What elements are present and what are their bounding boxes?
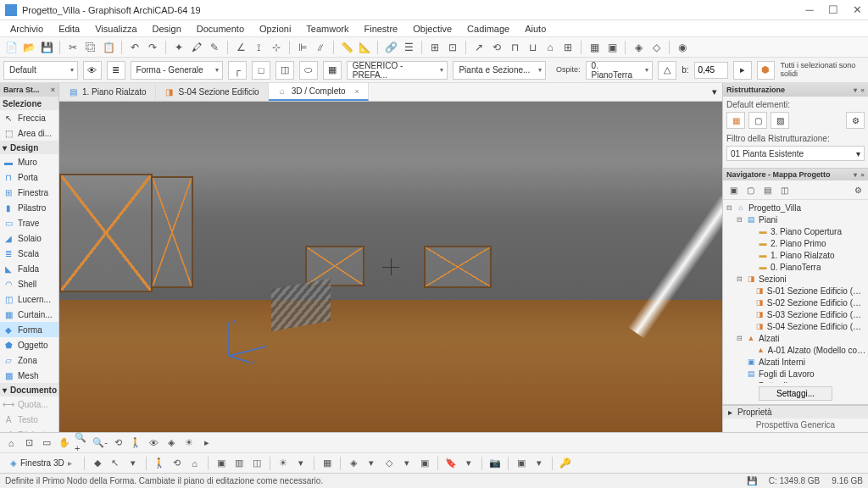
close-panel-icon[interactable]: × (860, 171, 865, 179)
tool-pilastro[interactable]: ▮Pilastro (0, 200, 58, 215)
pianoterra-dropdown[interactable]: 0. PianoTerra (586, 61, 654, 80)
nav2-icon[interactable]: ⟲ (489, 40, 504, 55)
minimize-button[interactable]: ─ (804, 4, 815, 16)
bt-layer1d-icon[interactable]: ▾ (364, 456, 379, 471)
finestra3d-tab[interactable]: ◈Finestra 3D▸ (3, 458, 79, 468)
collapse-icon[interactable]: ▾ (854, 171, 857, 179)
tree-project[interactable]: ⊟⌂Progetto_Villa (723, 202, 868, 214)
wand-icon[interactable]: ✦ (171, 40, 186, 55)
angle-input-icon[interactable]: △ (658, 61, 676, 80)
bt-cursor-icon[interactable]: ↖ (108, 456, 123, 471)
align2-icon[interactable]: ⫽ (313, 40, 328, 55)
vw-zoomin-icon[interactable]: 🔍+ (75, 435, 90, 451)
bt-clip-icon[interactable]: ▣ (514, 456, 529, 471)
bt-explore-icon[interactable]: ⟲ (170, 456, 185, 471)
pianta-dropdown[interactable]: Pianta e Sezione... (453, 61, 546, 80)
menu-opzioni[interactable]: Opzioni (253, 22, 298, 36)
menu-visualizza[interactable]: Visualizza (88, 22, 143, 36)
default-elem-btn1[interactable]: ▦ (726, 112, 745, 129)
tool-quota[interactable]: ⟷Quota... (0, 396, 58, 412)
bt-clipd-icon[interactable]: ▾ (531, 456, 547, 471)
cut-icon[interactable]: ✂ (65, 40, 81, 55)
section-documento[interactable]: ▾ Documento (0, 383, 58, 396)
menu-objective[interactable]: Objective (406, 22, 459, 36)
tree-s02[interactable]: ◨S-02 Sezione Edificio (Modello... (723, 297, 868, 308)
section-selezione[interactable]: Selezione (0, 97, 58, 110)
tool-finestra[interactable]: ⊞Finestra (0, 185, 58, 200)
nav3-icon[interactable]: ⊓ (507, 40, 522, 55)
bt-drop-icon[interactable]: ▾ (125, 456, 141, 471)
tab-piano-rialzato[interactable]: ▤1. Piano Rialzato (59, 83, 156, 101)
tool-lucernario[interactable]: ◫Lucern... (0, 291, 58, 307)
ruler-icon[interactable]: 📏 (339, 40, 354, 55)
tree-alzati[interactable]: ⊟▲Alzati (723, 332, 868, 344)
vw-select-icon[interactable]: ▭ (39, 435, 54, 451)
bt-camera-icon[interactable]: 📷 (487, 456, 503, 471)
menu-teamwork[interactable]: Teamwork (299, 22, 355, 36)
new-icon[interactable]: 📄 (3, 40, 19, 55)
bt-elem3-icon[interactable]: ◫ (249, 456, 264, 471)
proprieta-header[interactable]: ▸Proprietà (723, 405, 868, 419)
bt-elem1-icon[interactable]: ▣ (214, 456, 229, 471)
tool-muro[interactable]: ▬Muro (0, 154, 58, 169)
bt-render-icon[interactable]: ▦ (320, 456, 335, 471)
vw-persp-icon[interactable]: ◈ (164, 435, 179, 451)
undo-icon[interactable]: ↶ (127, 40, 142, 55)
nav6-icon[interactable]: ⊞ (560, 40, 576, 55)
default-elem-settings[interactable]: ⚙ (846, 112, 865, 129)
tree-piani[interactable]: ⊟▤Piani (723, 214, 868, 225)
tree-s01[interactable]: ◨S-01 Sezione Edificio (Modello... (723, 285, 868, 297)
align-icon[interactable]: ⊫ (295, 40, 310, 55)
vw-pan-icon[interactable]: ✋ (57, 435, 72, 451)
vw-orbit-icon[interactable]: ⟲ (110, 435, 125, 451)
menu-archivio[interactable]: Archivio (3, 22, 50, 36)
nav-publish-icon[interactable]: ◫ (776, 183, 792, 197)
vw-next-icon[interactable]: ▸ (199, 435, 214, 451)
menu-finestre[interactable]: Finestre (357, 22, 404, 36)
nav-layout-icon[interactable]: ▤ (760, 183, 775, 197)
window-icon[interactable]: ⊞ (427, 40, 442, 55)
nav-project-icon[interactable]: ▣ (726, 183, 741, 197)
maximize-button[interactable]: ☐ (827, 4, 839, 16)
bt-layer1-icon[interactable]: ◈ (346, 456, 361, 471)
tab-sezione[interactable]: ◨S-04 Sezione Edificio (156, 83, 269, 101)
tree-alzati-interni[interactable]: ▣Alzati Interni (723, 356, 868, 368)
tool-shell[interactable]: ◠Shell (0, 276, 58, 291)
panel-close-icon[interactable]: × (51, 86, 55, 94)
tree-s03[interactable]: ◨S-03 Sezione Edificio (Modello... (723, 308, 868, 320)
tree-s04[interactable]: ◨S-04 Sezione Edificio (Modello... (723, 320, 868, 332)
default-dropdown[interactable]: Default (3, 61, 78, 80)
copy-icon[interactable]: ⿻ (83, 40, 98, 55)
navigatore-header[interactable]: Navigatore - Mappa Progetto ▾× (723, 169, 868, 180)
tool-falda[interactable]: ◣Falda (0, 261, 58, 276)
nav1-icon[interactable]: ↗ (471, 40, 487, 55)
menu-edita[interactable]: Edita (52, 22, 86, 36)
bt-sun-icon[interactable]: ☀ (275, 456, 291, 471)
vw-look-icon[interactable]: 👁 (146, 435, 161, 451)
tab-3d[interactable]: ⌂3D / Completo× (269, 83, 369, 101)
render2-icon[interactable]: ▣ (604, 40, 620, 55)
tool-scala[interactable]: ≣Scala (0, 246, 58, 261)
tool-forma[interactable]: ◆Forma (0, 322, 58, 337)
tree-piano2[interactable]: ▬2. Piano Primo (723, 237, 868, 249)
tool-trave[interactable]: ▭Trave (0, 215, 58, 230)
help-icon[interactable]: ◉ (675, 40, 690, 55)
tool-porta[interactable]: ⊓Porta (0, 169, 58, 185)
default-elem-btn3[interactable]: ▨ (771, 112, 789, 129)
save-icon[interactable]: 💾 (39, 40, 54, 55)
nav4-icon[interactable]: ⊔ (525, 40, 540, 55)
window2-icon[interactable]: ⊡ (445, 40, 460, 55)
shape4-button[interactable]: ⬭ (299, 61, 318, 80)
bt-shade1-icon[interactable]: ◆ (90, 456, 105, 471)
ruler2-icon[interactable]: 📐 (357, 40, 372, 55)
forma-dropdown[interactable]: Forma - Generale (131, 61, 224, 80)
layers2-icon[interactable]: ◇ (648, 40, 664, 55)
close-button[interactable]: ✕ (851, 4, 863, 16)
tool-solaio[interactable]: ◢Solaio (0, 230, 58, 246)
nav5-icon[interactable]: ⌂ (542, 40, 558, 55)
vw-home-icon[interactable]: ⌂ (3, 435, 19, 451)
layers-icon[interactable]: ◈ (631, 40, 646, 55)
bt-layer2d-icon[interactable]: ▾ (399, 456, 415, 471)
section-design[interactable]: ▾ Design (0, 141, 58, 154)
tree-piano1[interactable]: ▬1. Piano Rialzato (723, 249, 868, 261)
